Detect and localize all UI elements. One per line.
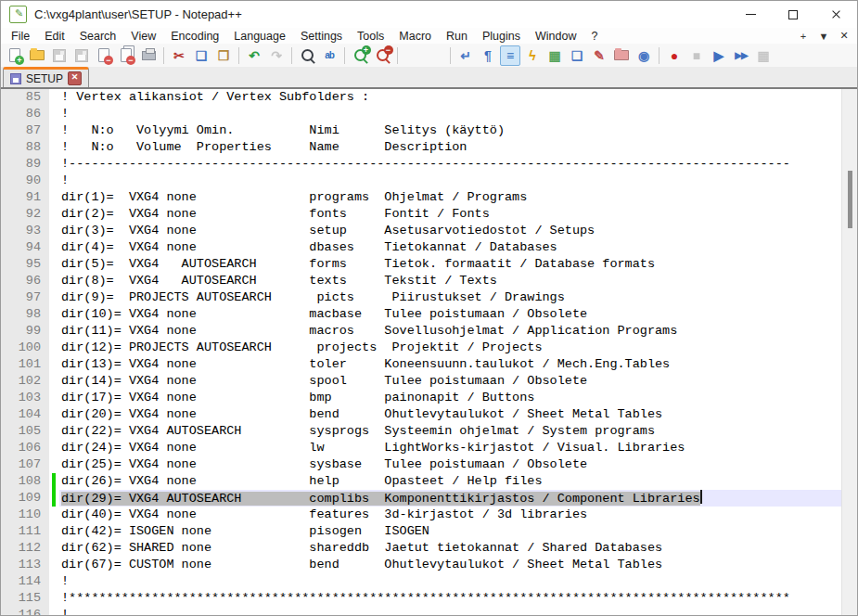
code-text[interactable]: dir(1)= VXG4 none programs Ohjelmat / Pr… xyxy=(59,189,857,206)
code-text[interactable]: dir(10)= VXG4 none macbase Tulee poistum… xyxy=(59,306,857,323)
menu-file[interactable]: File xyxy=(4,30,37,43)
code-text[interactable]: dir(67)= CUSTOM none bend Ohutlevytauluk… xyxy=(59,557,857,573)
line-number[interactable]: 99 xyxy=(1,323,49,340)
editor-line-88[interactable]: 88! N:o Volume Properties Name Descripti… xyxy=(1,139,857,156)
minimize-button[interactable] xyxy=(729,1,772,28)
editor-line-108[interactable]: 108dir(26)= VXG4 none help Opasteet / He… xyxy=(1,473,857,490)
monitoring-button[interactable]: ◉ xyxy=(634,45,654,66)
word-wrap-button[interactable]: ↵ xyxy=(455,45,476,66)
editor-line-87[interactable]: 87! N:o Volyymi Omin. Nimi Selitys (käyt… xyxy=(1,122,857,139)
line-number[interactable]: 96 xyxy=(1,273,49,289)
menu-settings[interactable]: Settings xyxy=(293,30,350,43)
line-number[interactable]: 104 xyxy=(1,406,49,423)
editor-line-113[interactable]: 113dir(67)= CUSTOM none bend Ohutlevytau… xyxy=(1,557,857,573)
paste-button[interactable]: ❐ xyxy=(213,45,234,66)
save-file-button[interactable] xyxy=(49,45,70,66)
save-all-button[interactable] xyxy=(71,45,92,66)
line-number[interactable]: 114 xyxy=(1,573,49,590)
editor-line-107[interactable]: 107dir(25)= VXG4 none sysbase Tulee pois… xyxy=(1,456,857,473)
code-text[interactable]: ! N:o Volume Properties Name Description xyxy=(59,139,857,156)
menu-help[interactable]: ? xyxy=(583,30,605,43)
code-text[interactable]: dir(24)= VXG4 none lw LightWorks-kirjast… xyxy=(59,440,857,456)
open-file-button[interactable] xyxy=(27,45,47,66)
new-file-button[interactable]: + xyxy=(5,45,25,66)
code-text[interactable]: dir(4)= VXG4 none dbases Tietokannat / D… xyxy=(59,239,857,256)
code-text[interactable]: dir(26)= VXG4 none help Opasteet / Help … xyxy=(59,473,857,490)
zoom-out-button[interactable]: − xyxy=(372,45,392,66)
line-number[interactable]: 111 xyxy=(1,523,49,540)
line-number[interactable]: 105 xyxy=(1,423,49,440)
line-number[interactable]: 116 xyxy=(1,607,49,615)
editor-line-111[interactable]: 111dir(42)= ISOGEN none pisogen ISOGEN xyxy=(1,523,857,540)
editor-line-98[interactable]: 98dir(10)= VXG4 none macbase Tulee poist… xyxy=(1,306,857,323)
line-number[interactable]: 102 xyxy=(1,373,49,390)
line-number[interactable]: 108 xyxy=(1,473,49,490)
editor[interactable]: 85! Vertex alikansiot / Vertex Subfolder… xyxy=(1,89,857,615)
sync-vertical-scroll-button[interactable] xyxy=(403,45,423,66)
editor-line-95[interactable]: 95dir(5)= VXG4 AUTOSEARCH forms Tietok. … xyxy=(1,256,857,273)
menu-window[interactable]: Window xyxy=(528,30,583,43)
macro-stop-button[interactable]: ■ xyxy=(686,45,707,66)
editor-line-94[interactable]: 94dir(4)= VXG4 none dbases Tietokannat /… xyxy=(1,239,857,256)
show-indent-guide-button[interactable]: ϟ xyxy=(522,45,543,66)
folder-as-workspace-button[interactable] xyxy=(611,45,632,66)
line-number[interactable]: 112 xyxy=(1,540,49,557)
editor-line-93[interactable]: 93dir(3)= VXG4 none setup Asetusarvotied… xyxy=(1,223,857,239)
document-map-button[interactable]: ❏ xyxy=(567,45,587,66)
menu-edit[interactable]: Edit xyxy=(37,30,72,43)
code-text[interactable]: dir(25)= VXG4 none sysbase Tulee poistum… xyxy=(59,456,857,473)
code-text[interactable]: dir(20)= VXG4 none bend Ohutlevytaulukot… xyxy=(59,406,857,423)
menu-encoding[interactable]: Encoding xyxy=(163,30,226,43)
editor-line-101[interactable]: 101dir(13)= VXG4 none toler Koneensuunn.… xyxy=(1,356,857,373)
line-number[interactable]: 88 xyxy=(1,139,49,156)
macro-record-button[interactable]: ● xyxy=(664,45,685,66)
show-all-characters-button[interactable]: ≡ xyxy=(500,45,520,66)
print-button[interactable] xyxy=(138,45,159,66)
code-text[interactable]: dir(22)= VXG4 AUTOSEARCH sysprogs Systee… xyxy=(59,423,857,440)
editor-line-99[interactable]: 99dir(11)= VXG4 none macros Sovellusohje… xyxy=(1,323,857,340)
macro-play-button[interactable]: ▶ xyxy=(709,45,729,66)
code-text[interactable]: dir(3)= VXG4 none setup Asetusarvotiedos… xyxy=(59,223,857,239)
redo-button[interactable]: ↷ xyxy=(266,45,287,66)
code-text[interactable]: dir(14)= VXG4 none spool Tulee poistumaa… xyxy=(59,373,857,390)
code-text[interactable]: ! xyxy=(59,573,857,590)
code-text[interactable]: dir(9)= PROJECTS AUTOSEARCH picts Piirus… xyxy=(59,289,857,306)
code-text[interactable]: ! xyxy=(59,106,857,122)
line-number[interactable]: 113 xyxy=(1,557,49,573)
line-number[interactable]: 107 xyxy=(1,456,49,473)
find-button[interactable] xyxy=(297,45,317,66)
editor-line-104[interactable]: 104dir(20)= VXG4 none bend Ohutlevytaulu… xyxy=(1,406,857,423)
editor-line-96[interactable]: 96dir(8)= VXG4 AUTOSEARCH texts Tekstit … xyxy=(1,273,857,289)
tab-close-icon[interactable]: ✕ xyxy=(68,71,82,85)
tab-setup[interactable]: SETUP ✕ xyxy=(3,67,89,87)
editor-line-116[interactable]: 116! xyxy=(1,607,857,615)
editor-line-103[interactable]: 103dir(17)= VXG4 none bmp painonapit / B… xyxy=(1,390,857,406)
new-tab-button[interactable]: + xyxy=(793,31,813,42)
scrollbar-thumb[interactable] xyxy=(848,171,852,228)
vertical-scrollbar[interactable] xyxy=(841,89,857,615)
code-text[interactable]: dir(5)= VXG4 AUTOSEARCH forms Tietok. fo… xyxy=(59,256,857,273)
line-number[interactable]: 98 xyxy=(1,306,49,323)
menu-macro[interactable]: Macro xyxy=(391,30,439,43)
code-text[interactable]: dir(13)= VXG4 none toler Koneensuunn.tau… xyxy=(59,356,857,373)
close-tab-button[interactable]: ✕ xyxy=(834,30,854,42)
code-text[interactable]: ! xyxy=(59,607,857,615)
line-number[interactable]: 90 xyxy=(1,173,49,189)
editor-line-86[interactable]: 86! xyxy=(1,106,857,122)
close-file-button[interactable]: − xyxy=(94,45,114,66)
menu-view[interactable]: View xyxy=(123,30,163,43)
editor-line-115[interactable]: 115!************************************… xyxy=(1,590,857,607)
line-number[interactable]: 100 xyxy=(1,340,49,356)
menu-tools[interactable]: Tools xyxy=(350,30,391,43)
line-number[interactable]: 109 xyxy=(1,490,49,507)
line-number[interactable]: 95 xyxy=(1,256,49,273)
code-text[interactable]: dir(62)= SHARED none shareddb Jaetut tie… xyxy=(59,540,857,557)
tab-list-dropdown[interactable]: ▼ xyxy=(813,31,834,42)
code-text[interactable]: dir(8)= VXG4 AUTOSEARCH texts Tekstit / … xyxy=(59,273,857,289)
menu-search[interactable]: Search xyxy=(72,30,124,43)
macro-save-button[interactable]: ▦ xyxy=(753,45,774,66)
menu-language[interactable]: Language xyxy=(226,30,293,43)
line-number[interactable]: 86 xyxy=(1,106,49,122)
editor-line-114[interactable]: 114! xyxy=(1,573,857,590)
editor-line-110[interactable]: 110dir(40)= VXG4 none features 3d-kirjas… xyxy=(1,507,857,523)
